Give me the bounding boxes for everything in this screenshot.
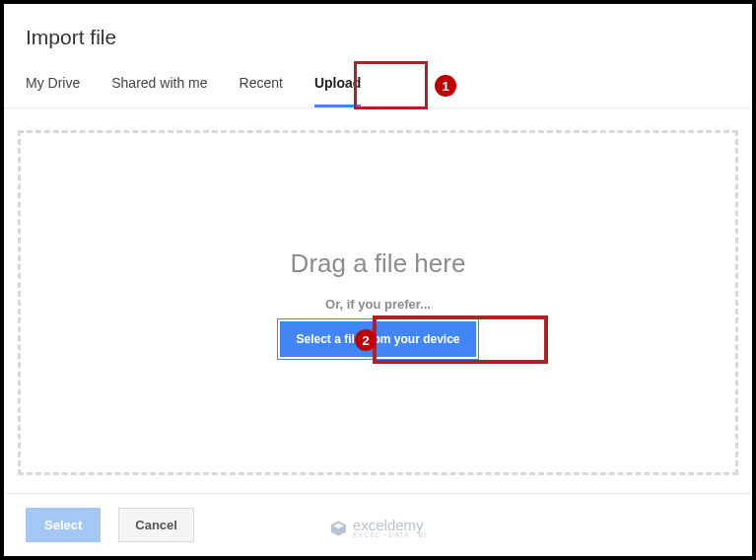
tab-shared-with-me[interactable]: Shared with me	[111, 67, 207, 107]
dialog-title: Import file	[4, 4, 752, 67]
select-button[interactable]: Select	[26, 508, 101, 542]
select-file-from-device-button[interactable]: Select a file from your device	[280, 321, 475, 357]
upload-dropzone[interactable]: Drag a file here Or, if you prefer... Se…	[18, 130, 738, 475]
tab-my-drive[interactable]: My Drive	[26, 67, 80, 107]
tab-recent[interactable]: Recent	[240, 67, 283, 107]
cancel-button[interactable]: Cancel	[118, 508, 194, 542]
tab-upload[interactable]: Upload	[314, 67, 361, 107]
tabs: My Drive Shared with me Recent Upload	[4, 67, 752, 108]
dialog-footer: Select Cancel	[4, 493, 752, 556]
or-prefer-text: Or, if you prefer...	[325, 297, 431, 312]
drag-file-text: Drag a file here	[291, 248, 466, 279]
